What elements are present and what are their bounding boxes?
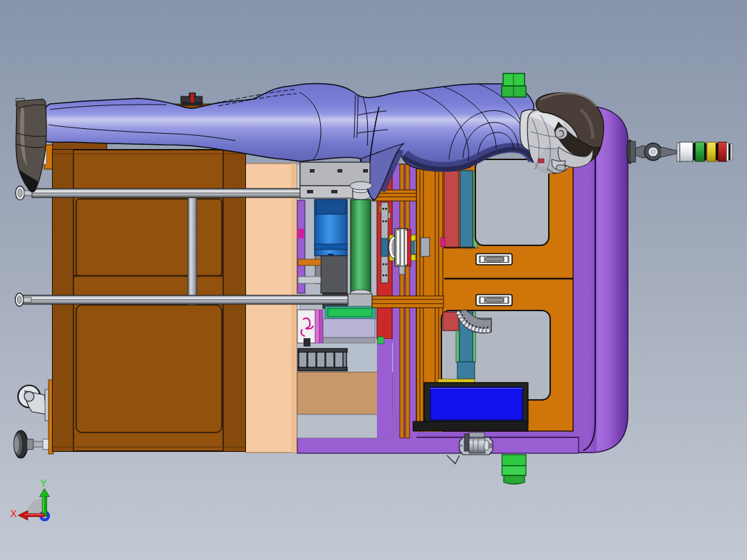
svg-text:Y: Y	[40, 478, 47, 489]
svg-text:X: X	[10, 508, 17, 519]
